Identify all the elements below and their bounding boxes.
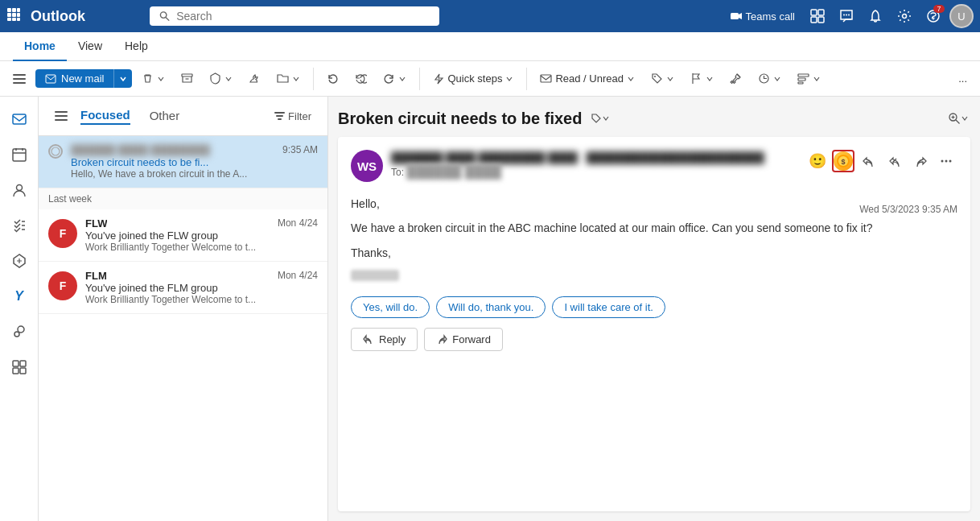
skype-button[interactable]: 7	[920, 3, 946, 29]
teams-call-button[interactable]: Teams call	[723, 6, 801, 26]
redo-button[interactable]	[377, 69, 413, 88]
svg-point-19	[848, 14, 850, 16]
forward-label: Forward	[452, 333, 491, 345]
settings-button[interactable]	[891, 3, 917, 29]
app-logo: Outlook	[31, 8, 85, 25]
flag-chevron-icon	[706, 75, 714, 83]
svg-rect-49	[276, 115, 283, 117]
switch-view-button[interactable]	[805, 3, 830, 29]
undo-button[interactable]	[320, 69, 345, 88]
flag-button[interactable]	[684, 69, 720, 88]
sidebar-sharepoint-icon[interactable]	[3, 316, 35, 348]
rules-button[interactable]	[203, 69, 239, 88]
mail-item-flm[interactable]: F FLM Mon 4/24 You've joined the FLM gro…	[39, 262, 327, 314]
suggestion-btn-3[interactable]: I will take care of it.	[552, 296, 665, 318]
sidebar-people-icon[interactable]	[3, 174, 35, 206]
sidebar-toggle-button[interactable]	[6, 69, 32, 89]
sweep-button[interactable]	[242, 69, 267, 88]
svg-rect-13	[811, 10, 817, 15]
subject-options-button[interactable]	[588, 106, 612, 130]
svg-rect-27	[541, 75, 551, 82]
suggestion-btn-2[interactable]: Will do, thank you.	[436, 296, 546, 318]
emoji-button[interactable]: 🙂	[806, 150, 829, 172]
reply-action-button[interactable]: Reply	[351, 328, 418, 351]
sidebar-mail-icon[interactable]	[3, 103, 35, 135]
svg-text:$: $	[841, 158, 845, 166]
search-input[interactable]	[176, 10, 430, 23]
bell-icon	[868, 9, 883, 23]
search-bar[interactable]	[150, 6, 439, 26]
mail-list-header: Focused Other Filter	[39, 97, 327, 136]
feedback-button[interactable]	[834, 3, 859, 29]
read-unread-label: Read / Unread	[555, 72, 624, 85]
new-mail-label: New mail	[61, 72, 104, 85]
archive-button[interactable]	[175, 69, 200, 88]
svg-rect-45	[55, 111, 68, 113]
email-header-actions: 🙂 $	[806, 150, 957, 172]
quick-steps-button[interactable]: Quick steps	[426, 69, 520, 88]
title-chevron-icon	[602, 114, 610, 122]
switch-icon	[810, 9, 825, 23]
sidebar-apps-icon[interactable]	[3, 351, 35, 383]
mail-check-circle[interactable]	[48, 144, 63, 159]
more-options-button[interactable]: ...	[952, 69, 974, 88]
tag-button[interactable]	[644, 69, 681, 88]
forward-button-header[interactable]	[909, 150, 932, 172]
svg-rect-8	[17, 18, 20, 21]
tab-view[interactable]: View	[67, 32, 113, 61]
filter-button[interactable]: Filter	[268, 107, 318, 126]
feedback-icon	[839, 9, 854, 23]
mail-item-selected[interactable]: ██████ ████ ████████ 9:35 AM Broken circ…	[39, 136, 327, 188]
svg-rect-1	[12, 8, 16, 12]
pin-button[interactable]	[723, 69, 748, 88]
view-chevron-icon	[813, 75, 821, 83]
topbar: ​ Outlook Teams call	[0, 0, 980, 32]
new-mail-dropdown[interactable]	[113, 69, 132, 88]
forward-action-button[interactable]: Forward	[424, 328, 503, 351]
email-paragraph: We have a broken circuit in the ABC mach…	[351, 219, 957, 237]
sidebar-yammer-icon[interactable]: Y	[3, 280, 35, 312]
svg-rect-44	[20, 368, 26, 374]
other-tab[interactable]: Other	[150, 109, 180, 124]
new-mail-button[interactable]: New mail	[35, 69, 113, 88]
coin-reward-button[interactable]: $	[832, 150, 854, 172]
zoom-button[interactable]	[946, 106, 970, 130]
more-email-options-button[interactable]	[935, 150, 957, 172]
sidebar-teams-icon[interactable]	[3, 245, 35, 277]
tab-help[interactable]: Help	[113, 32, 159, 61]
svg-line-10	[166, 17, 169, 20]
tab-home[interactable]: Home	[13, 32, 67, 61]
view-settings-button[interactable]	[791, 69, 827, 88]
svg-rect-5	[17, 13, 20, 17]
reply-all-button-header[interactable]	[883, 150, 906, 172]
svg-rect-33	[13, 114, 26, 124]
svg-rect-43	[13, 368, 19, 374]
svg-point-40	[14, 332, 19, 337]
snooze-chevron-icon	[773, 75, 781, 83]
mail-item-flw[interactable]: F FLW Mon 4/24 You've joined the FLW gro…	[39, 209, 327, 262]
notifications-button[interactable]	[863, 3, 888, 29]
reply-button-header[interactable]	[858, 150, 880, 172]
ribbon-divider-2	[419, 68, 420, 90]
undo-all-button[interactable]	[348, 69, 373, 88]
user-avatar[interactable]: U	[949, 4, 974, 28]
suggestion-btn-1[interactable]: Yes, will do.	[351, 296, 430, 318]
section-last-week: Last week	[39, 188, 327, 209]
sidebar-tasks-icon[interactable]	[3, 209, 35, 242]
sidebar-calendar-icon[interactable]	[3, 139, 35, 171]
notification-badge: 7	[933, 5, 945, 13]
svg-point-21	[933, 19, 934, 20]
coin-icon: $	[834, 151, 853, 171]
read-unread-button[interactable]: Read / Unread	[533, 69, 641, 88]
move-button[interactable]	[270, 69, 307, 88]
tag-chevron-icon	[666, 75, 674, 83]
apps-grid-icon[interactable]: ​	[6, 7, 21, 26]
focused-tab[interactable]: Focused	[80, 108, 130, 125]
nav-tabs: Home View Help	[0, 32, 980, 61]
sidebar-icons: Y	[0, 97, 39, 521]
snooze-button[interactable]	[751, 69, 788, 88]
collapse-nav-button[interactable]	[48, 103, 74, 129]
mail-flw-subject: You've joined the FLW group	[85, 229, 318, 242]
svg-rect-3	[7, 13, 11, 17]
delete-button[interactable]	[135, 69, 171, 88]
